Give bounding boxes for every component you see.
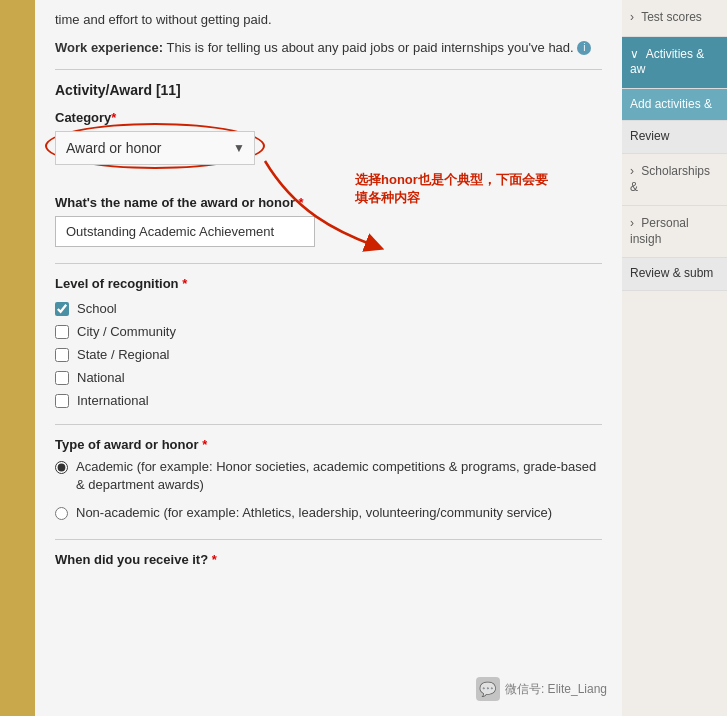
state-checkbox[interactable] [55, 348, 69, 362]
sidebar-item-personal-insights[interactable]: › Personal insigh [622, 206, 727, 258]
main-content: time and effort to without getting paid.… [35, 0, 622, 716]
divider-mid2 [55, 424, 602, 425]
add-activities-label: Add activities & [630, 97, 712, 111]
category-label: Category* [55, 110, 602, 125]
review-submit-label: Review & subm [630, 266, 713, 280]
test-scores-label: Test scores [641, 10, 702, 24]
personal-insights-chevron: › [630, 216, 634, 232]
divider-top [55, 69, 602, 70]
info-icon[interactable]: i [577, 41, 591, 55]
international-checkbox[interactable] [55, 394, 69, 408]
recognition-international[interactable]: International [55, 393, 602, 408]
activities-chevron: ∨ [630, 47, 639, 63]
watermark-text: 微信号: Elite_Liang [505, 681, 607, 698]
sidebar-item-review-submit[interactable]: Review & subm [622, 258, 727, 291]
watermark: 💬 微信号: Elite_Liang [476, 677, 607, 701]
review-label: Review [630, 129, 669, 143]
sidebar-item-add-activities[interactable]: Add activities & [622, 89, 727, 122]
recognition-national[interactable]: National [55, 370, 602, 385]
category-select-container: Award or honor Club / Club sport Communi… [55, 131, 255, 165]
sidebar-item-activities[interactable]: ∨ Activities & aw [622, 37, 727, 89]
intro-text: time and effort to without getting paid. [55, 10, 602, 30]
work-experience-text: Work experience: This is for telling us … [55, 38, 602, 58]
award-type-radio-group: Academic (for example: Honor societies, … [55, 458, 602, 523]
national-checkbox[interactable] [55, 371, 69, 385]
activities-label: Activities & aw [630, 47, 704, 77]
award-type-academic[interactable]: Academic (for example: Honor societies, … [55, 458, 602, 494]
sidebar-item-test-scores[interactable]: › Test scores [622, 0, 727, 37]
sidebar-item-scholarships[interactable]: › Scholarships & [622, 154, 727, 206]
recognition-checkbox-group: School City / Community State / Regional… [55, 301, 602, 408]
personal-insights-label: Personal insigh [630, 216, 689, 246]
category-select[interactable]: Award or honor Club / Club sport Communi… [55, 131, 255, 165]
school-checkbox[interactable] [55, 302, 69, 316]
required-star: * [111, 110, 116, 125]
annotation-area: Award or honor Club / Club sport Communi… [55, 131, 602, 185]
sidebar-item-review[interactable]: Review [622, 121, 727, 154]
recognition-city[interactable]: City / Community [55, 324, 602, 339]
left-border [0, 0, 35, 716]
when-section: When did you receive it? * [55, 552, 602, 567]
watermark-icon: 💬 [476, 677, 500, 701]
scholarships-label: Scholarships & [630, 164, 710, 194]
category-wrapper: Award or honor Club / Club sport Communi… [55, 131, 255, 165]
recognition-section: Level of recognition * School City / Com… [55, 276, 602, 408]
award-type-label: Type of award or honor * [55, 437, 602, 452]
recognition-state[interactable]: State / Regional [55, 347, 602, 362]
nonacademic-radio[interactable] [55, 507, 68, 520]
activity-award-header: Activity/Award [11] [55, 82, 602, 98]
test-scores-chevron: › [630, 10, 634, 26]
city-checkbox[interactable] [55, 325, 69, 339]
sidebar: › Test scores ∨ Activities & aw Add acti… [622, 0, 727, 716]
award-type-nonacademic[interactable]: Non-academic (for example: Athletics, le… [55, 504, 602, 522]
chinese-annotation: 选择honor也是个典型，下面会要填各种内容 [355, 171, 555, 207]
award-type-section: Type of award or honor * Academic (for e… [55, 437, 602, 523]
academic-radio[interactable] [55, 461, 68, 474]
name-required-star: * [295, 195, 304, 210]
recognition-school[interactable]: School [55, 301, 602, 316]
work-experience-label: Work experience: [55, 40, 163, 55]
recognition-label: Level of recognition * [55, 276, 602, 291]
award-name-input[interactable] [55, 216, 315, 247]
scholarships-chevron: › [630, 164, 634, 180]
divider-mid3 [55, 539, 602, 540]
when-label: When did you receive it? * [55, 552, 602, 567]
divider-mid1 [55, 263, 602, 264]
